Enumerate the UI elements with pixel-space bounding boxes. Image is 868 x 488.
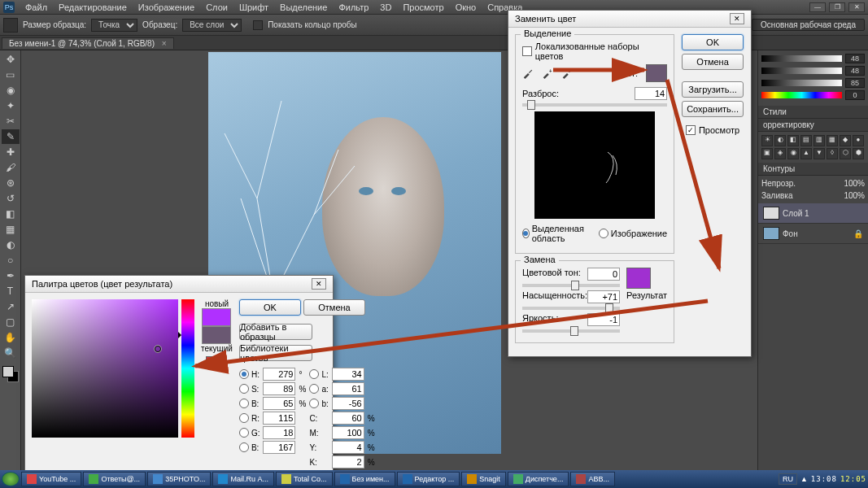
- crop-tool[interactable]: ✂: [2, 114, 20, 129]
- adj-icon[interactable]: ▼: [813, 148, 825, 159]
- current-color-swatch[interactable]: [202, 326, 231, 344]
- color-libs-button[interactable]: Библиотеки цветов: [239, 345, 312, 361]
- menu-view[interactable]: Просмотр: [397, 2, 449, 12]
- zoom-tool[interactable]: 🔍: [2, 346, 20, 360]
- stamp-tool[interactable]: ⊛: [2, 176, 20, 190]
- result-color-swatch[interactable]: [626, 268, 651, 289]
- source-color-swatch[interactable]: [646, 64, 667, 82]
- picker-cancel-button[interactable]: Отмена: [303, 299, 365, 316]
- ok-button[interactable]: OK: [682, 34, 744, 50]
- layer-row[interactable]: Слой 1: [758, 203, 868, 224]
- bval-input[interactable]: [263, 397, 295, 410]
- eyedropper-tool[interactable]: ✎: [2, 129, 20, 144]
- taskbar-item[interactable]: Mail.Ru А...: [212, 472, 274, 486]
- color-field[interactable]: [32, 299, 178, 438]
- sat-slider[interactable]: [522, 307, 620, 310]
- heal-tool[interactable]: ✚: [2, 145, 20, 159]
- taskbar-item[interactable]: Total Co...: [276, 472, 333, 486]
- dodge-tool[interactable]: ○: [2, 253, 20, 268]
- clock[interactable]: 13:08: [811, 475, 837, 483]
- taskbar-item[interactable]: Snagit: [461, 472, 506, 486]
- light-input[interactable]: [587, 313, 620, 326]
- gamut-warning-icon[interactable]: [206, 356, 216, 366]
- l-input[interactable]: [332, 368, 364, 381]
- window-minimize[interactable]: —: [809, 2, 826, 12]
- taskbar-item[interactable]: 35PHOTO...: [147, 472, 211, 486]
- sample-size-select[interactable]: Точка: [91, 19, 137, 32]
- window-close[interactable]: ✕: [848, 2, 865, 12]
- window-restore[interactable]: ❐: [829, 2, 845, 12]
- web-safe-icon[interactable]: [217, 356, 227, 366]
- shape-tool[interactable]: ▢: [2, 315, 20, 329]
- gradient-tool[interactable]: ▦: [2, 222, 20, 237]
- adj-icon[interactable]: ▥: [813, 135, 825, 146]
- current-tool-icon[interactable]: [3, 18, 18, 33]
- brush-tool[interactable]: 🖌: [2, 160, 20, 175]
- preview-checkbox[interactable]: ✓: [686, 125, 696, 135]
- c-input[interactable]: [332, 412, 364, 425]
- menu-select[interactable]: Выделение: [274, 2, 333, 12]
- bv-input[interactable]: [263, 441, 295, 454]
- sample-select[interactable]: Все слои: [182, 19, 242, 32]
- lasso-tool[interactable]: ◉: [2, 83, 20, 98]
- tray-icon[interactable]: ▲: [800, 475, 808, 483]
- adj-icon[interactable]: ◧: [787, 135, 799, 146]
- taskbar-item[interactable]: Без имен...: [334, 472, 395, 486]
- fill-value[interactable]: 100%: [844, 191, 865, 200]
- show-ring-checkbox[interactable]: [253, 20, 263, 30]
- close-icon[interactable]: ✕: [312, 278, 326, 290]
- close-tab-icon[interactable]: ×: [162, 39, 167, 48]
- opacity-value[interactable]: 100%: [844, 179, 865, 188]
- adj-icon[interactable]: ●: [853, 135, 864, 146]
- eraser-tool[interactable]: ◧: [2, 207, 20, 221]
- sat-input[interactable]: [587, 290, 620, 303]
- g-input[interactable]: [263, 426, 295, 439]
- adj-icon[interactable]: ◆: [840, 135, 851, 146]
- add-swatch-button[interactable]: Добавить в образцы: [239, 324, 312, 340]
- taskbar-item[interactable]: Ответы@...: [83, 472, 146, 486]
- wand-tool[interactable]: ✦: [2, 98, 20, 113]
- start-button[interactable]: [2, 472, 20, 486]
- radio-image[interactable]: Изображение: [599, 224, 667, 243]
- localized-checkbox[interactable]: [522, 46, 532, 56]
- adj-icon[interactable]: ☀: [761, 135, 773, 146]
- menu-image[interactable]: Изображение: [133, 2, 200, 12]
- fuzziness-slider[interactable]: [522, 103, 667, 107]
- picker-ok-button[interactable]: OK: [239, 299, 301, 316]
- r-input[interactable]: [263, 412, 295, 425]
- adj-icon[interactable]: ◐: [774, 135, 786, 146]
- adj-icon[interactable]: ◊: [827, 148, 838, 159]
- eyedropper-sub-icon[interactable]: -: [561, 68, 573, 79]
- language-indicator[interactable]: RU: [779, 473, 797, 485]
- menu-layers[interactable]: Слои: [200, 2, 233, 12]
- hand-tool[interactable]: ✋: [2, 330, 20, 345]
- history-brush-tool[interactable]: ↺: [2, 191, 20, 206]
- styles-header[interactable]: Стили: [758, 106, 868, 119]
- adjustments-header[interactable]: орректировку: [758, 119, 868, 132]
- k-input[interactable]: [332, 455, 364, 468]
- menu-filter[interactable]: Фильтр: [333, 2, 374, 12]
- marquee-tool[interactable]: ▭: [2, 68, 20, 82]
- adj-icon[interactable]: ▲: [800, 148, 812, 159]
- adj-icon[interactable]: ◉: [787, 148, 799, 159]
- y-input[interactable]: [332, 441, 364, 454]
- g-val[interactable]: 48: [845, 66, 865, 76]
- m-input[interactable]: [332, 426, 364, 439]
- taskbar-item[interactable]: Диспетче...: [508, 472, 569, 486]
- load-button[interactable]: Загрузить...: [682, 81, 744, 98]
- type-tool[interactable]: T: [2, 284, 20, 298]
- b-val[interactable]: 85: [845, 78, 865, 88]
- radio-selection[interactable]: Выделенная область: [522, 224, 591, 243]
- s-input[interactable]: [263, 382, 295, 395]
- document-tab[interactable]: Без имени-1 @ 74,3% (Слой 1, RGB/8) ×: [2, 37, 174, 49]
- adj-icon[interactable]: ⬢: [853, 148, 864, 159]
- pen-tool[interactable]: ✒: [2, 268, 20, 283]
- close-icon[interactable]: ✕: [730, 13, 744, 24]
- move-tool[interactable]: ✥: [2, 52, 20, 67]
- hue-strip[interactable]: [181, 299, 194, 438]
- menu-file[interactable]: Файл: [20, 2, 53, 12]
- layer-row-bg[interactable]: Фон🔒: [758, 224, 868, 244]
- b-input[interactable]: [332, 397, 364, 410]
- menu-type[interactable]: Шрифт: [233, 2, 274, 12]
- blur-tool[interactable]: ◐: [2, 237, 20, 252]
